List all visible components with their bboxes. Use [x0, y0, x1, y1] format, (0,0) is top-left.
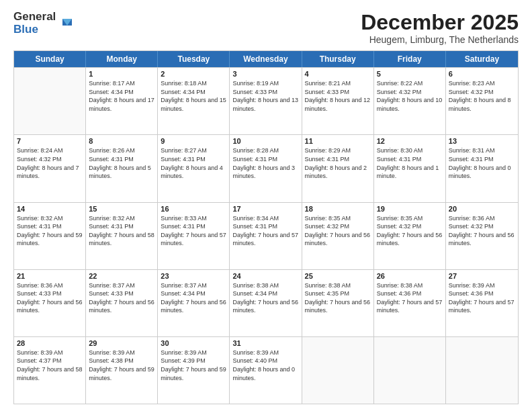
title-block: December 2025 Heugem, Limburg, The Nethe… [361, 11, 519, 45]
day-number: 25 [305, 272, 371, 280]
day-number: 31 [232, 339, 298, 347]
calendar-row: 28Sunrise: 8:39 AM Sunset: 4:37 PM Dayli… [14, 336, 518, 404]
cell-details: Sunrise: 8:39 AM Sunset: 4:37 PM Dayligh… [17, 349, 83, 382]
logo: General Blue [13, 11, 72, 36]
cell-details: Sunrise: 8:33 AM Sunset: 4:31 PM Dayligh… [161, 214, 226, 248]
logo-icon [57, 16, 72, 31]
day-number: 22 [89, 272, 154, 280]
day-number: 18 [305, 205, 371, 213]
cell-details: Sunrise: 8:31 AM Sunset: 4:31 PM Dayligh… [449, 146, 515, 180]
day-number: 8 [89, 137, 154, 145]
cell-details: Sunrise: 8:34 AM Sunset: 4:31 PM Dayligh… [232, 214, 298, 248]
calendar-cell [374, 337, 446, 404]
cell-details: Sunrise: 8:35 AM Sunset: 4:32 PM Dayligh… [377, 214, 443, 248]
calendar-cell [446, 337, 518, 404]
day-number: 11 [305, 137, 371, 145]
calendar-cell: 4Sunrise: 8:21 AM Sunset: 4:33 PM Daylig… [302, 68, 374, 134]
day-number: 3 [232, 70, 298, 78]
day-number: 1 [89, 70, 154, 78]
header-day: Monday [86, 51, 158, 67]
calendar-cell: 2Sunrise: 8:18 AM Sunset: 4:34 PM Daylig… [158, 68, 230, 134]
calendar-row: 14Sunrise: 8:32 AM Sunset: 4:31 PM Dayli… [14, 202, 518, 269]
calendar-cell: 16Sunrise: 8:33 AM Sunset: 4:31 PM Dayli… [158, 203, 230, 269]
day-number: 9 [161, 137, 226, 145]
calendar: SundayMondayTuesdayWednesdayThursdayFrid… [13, 50, 519, 404]
day-number: 15 [89, 205, 154, 213]
calendar-cell: 26Sunrise: 8:38 AM Sunset: 4:36 PM Dayli… [374, 270, 446, 336]
header: General Blue December 2025 Heugem, Limbu… [13, 11, 519, 45]
day-number: 6 [449, 70, 515, 78]
cell-details: Sunrise: 8:27 AM Sunset: 4:31 PM Dayligh… [161, 146, 226, 180]
calendar-cell: 31Sunrise: 8:39 AM Sunset: 4:40 PM Dayli… [230, 337, 302, 404]
day-number: 30 [161, 339, 226, 347]
cell-details: Sunrise: 8:39 AM Sunset: 4:40 PM Dayligh… [232, 349, 298, 382]
calendar-cell: 19Sunrise: 8:35 AM Sunset: 4:32 PM Dayli… [374, 203, 446, 269]
calendar-cell: 5Sunrise: 8:22 AM Sunset: 4:32 PM Daylig… [374, 68, 446, 134]
cell-details: Sunrise: 8:32 AM Sunset: 4:31 PM Dayligh… [17, 214, 83, 248]
calendar-cell: 25Sunrise: 8:38 AM Sunset: 4:35 PM Dayli… [302, 270, 374, 336]
day-number: 28 [17, 339, 83, 347]
calendar-cell: 20Sunrise: 8:36 AM Sunset: 4:32 PM Dayli… [446, 203, 518, 269]
day-number: 2 [161, 70, 226, 78]
day-number: 5 [377, 70, 443, 78]
calendar-cell: 1Sunrise: 8:17 AM Sunset: 4:34 PM Daylig… [86, 68, 158, 134]
cell-details: Sunrise: 8:22 AM Sunset: 4:32 PM Dayligh… [377, 79, 443, 113]
cell-details: Sunrise: 8:18 AM Sunset: 4:34 PM Dayligh… [161, 79, 226, 113]
header-day: Saturday [446, 51, 518, 67]
day-number: 21 [17, 272, 83, 280]
calendar-cell: 22Sunrise: 8:37 AM Sunset: 4:33 PM Dayli… [86, 270, 158, 336]
cell-details: Sunrise: 8:38 AM Sunset: 4:34 PM Dayligh… [232, 281, 298, 315]
cell-details: Sunrise: 8:24 AM Sunset: 4:32 PM Dayligh… [17, 146, 83, 180]
day-number: 29 [89, 339, 154, 347]
day-number: 14 [17, 205, 83, 213]
day-number: 13 [449, 137, 515, 145]
cell-details: Sunrise: 8:38 AM Sunset: 4:35 PM Dayligh… [305, 281, 371, 315]
cell-details: Sunrise: 8:38 AM Sunset: 4:36 PM Dayligh… [377, 281, 443, 315]
calendar-cell: 29Sunrise: 8:39 AM Sunset: 4:38 PM Dayli… [86, 337, 158, 404]
calendar-cell: 28Sunrise: 8:39 AM Sunset: 4:37 PM Dayli… [14, 337, 86, 404]
day-number: 26 [377, 272, 443, 280]
calendar-cell: 14Sunrise: 8:32 AM Sunset: 4:31 PM Dayli… [14, 203, 86, 269]
calendar-header: SundayMondayTuesdayWednesdayThursdayFrid… [14, 51, 518, 67]
day-number: 20 [449, 205, 515, 213]
calendar-cell: 13Sunrise: 8:31 AM Sunset: 4:31 PM Dayli… [446, 135, 518, 201]
calendar-cell: 24Sunrise: 8:38 AM Sunset: 4:34 PM Dayli… [230, 270, 302, 336]
calendar-cell: 6Sunrise: 8:23 AM Sunset: 4:32 PM Daylig… [446, 68, 518, 134]
header-day: Wednesday [230, 51, 302, 67]
cell-details: Sunrise: 8:39 AM Sunset: 4:39 PM Dayligh… [161, 349, 226, 382]
cell-details: Sunrise: 8:23 AM Sunset: 4:32 PM Dayligh… [449, 79, 515, 113]
cell-details: Sunrise: 8:37 AM Sunset: 4:34 PM Dayligh… [161, 281, 226, 315]
month-title: December 2025 [361, 11, 519, 34]
cell-details: Sunrise: 8:32 AM Sunset: 4:31 PM Dayligh… [89, 214, 154, 248]
calendar-cell: 17Sunrise: 8:34 AM Sunset: 4:31 PM Dayli… [230, 203, 302, 269]
page: General Blue December 2025 Heugem, Limbu… [0, 0, 532, 411]
day-number: 12 [377, 137, 443, 145]
day-number: 19 [377, 205, 443, 213]
calendar-cell: 27Sunrise: 8:39 AM Sunset: 4:36 PM Dayli… [446, 270, 518, 336]
calendar-body: 1Sunrise: 8:17 AM Sunset: 4:34 PM Daylig… [14, 67, 518, 404]
calendar-cell: 9Sunrise: 8:27 AM Sunset: 4:31 PM Daylig… [158, 135, 230, 201]
cell-details: Sunrise: 8:35 AM Sunset: 4:32 PM Dayligh… [305, 214, 371, 248]
day-number: 16 [161, 205, 226, 213]
cell-details: Sunrise: 8:28 AM Sunset: 4:31 PM Dayligh… [232, 146, 298, 180]
calendar-row: 7Sunrise: 8:24 AM Sunset: 4:32 PM Daylig… [14, 134, 518, 201]
cell-details: Sunrise: 8:36 AM Sunset: 4:32 PM Dayligh… [449, 214, 515, 248]
calendar-cell [14, 68, 86, 134]
header-day: Tuesday [158, 51, 230, 67]
calendar-cell: 21Sunrise: 8:36 AM Sunset: 4:33 PM Dayli… [14, 270, 86, 336]
day-number: 7 [17, 137, 83, 145]
calendar-cell [302, 337, 374, 404]
day-number: 27 [449, 272, 515, 280]
calendar-cell: 15Sunrise: 8:32 AM Sunset: 4:31 PM Dayli… [86, 203, 158, 269]
day-number: 10 [232, 137, 298, 145]
calendar-cell: 8Sunrise: 8:26 AM Sunset: 4:31 PM Daylig… [86, 135, 158, 201]
header-day: Friday [374, 51, 446, 67]
cell-details: Sunrise: 8:39 AM Sunset: 4:38 PM Dayligh… [89, 349, 154, 382]
header-day: Thursday [302, 51, 374, 67]
location: Heugem, Limburg, The Netherlands [361, 34, 519, 45]
day-number: 23 [161, 272, 226, 280]
day-number: 4 [305, 70, 371, 78]
cell-details: Sunrise: 8:39 AM Sunset: 4:36 PM Dayligh… [449, 281, 515, 315]
cell-details: Sunrise: 8:19 AM Sunset: 4:33 PM Dayligh… [232, 79, 298, 113]
cell-details: Sunrise: 8:30 AM Sunset: 4:31 PM Dayligh… [377, 146, 443, 180]
